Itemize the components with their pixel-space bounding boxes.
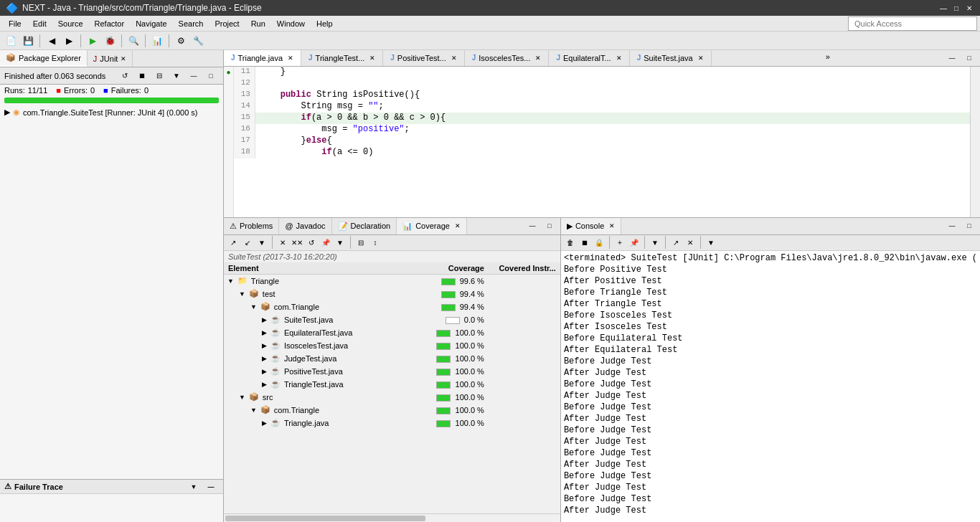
tab-close-4[interactable]: ✕ xyxy=(616,54,622,62)
failure-trace-min[interactable]: — xyxy=(203,479,219,495)
coverage-row[interactable]: ▶ ☕ EquilateralTest.java 100.0 % xyxy=(224,326,560,339)
tab-close-3[interactable]: ✕ xyxy=(535,54,541,62)
menu-refactor[interactable]: Refactor xyxy=(89,18,131,29)
cov-dropdown[interactable]: ▼ xyxy=(255,236,268,249)
cov-export[interactable]: ↗ xyxy=(227,236,240,249)
editor-tab-suitetest[interactable]: J SuiteTest.java ✕ xyxy=(630,50,712,66)
coverage-row[interactable]: ▼ 📦 com.Triangle 99.4 % xyxy=(224,300,560,313)
menu-navigate[interactable]: Navigate xyxy=(130,18,172,29)
editor-right-scrollbar[interactable] xyxy=(970,67,980,217)
coverage-row[interactable]: ▶ ☕ TriangleTest.java 100.0 % xyxy=(224,378,560,391)
console-close[interactable]: ✕ xyxy=(609,222,615,229)
tool2[interactable]: 🔧 xyxy=(190,33,206,49)
gutter-breakpoint-15[interactable]: ● xyxy=(226,68,230,80)
junit-menu-button[interactable]: ▼ xyxy=(169,68,184,84)
console-close-btn[interactable]: ✕ xyxy=(684,236,697,249)
tab-console[interactable]: ▶ Console ✕ xyxy=(561,218,621,234)
coverage-row[interactable]: ▶ ☕ SuiteTest.java 0.0 % xyxy=(224,313,560,326)
cov-remove[interactable]: ✕ xyxy=(276,236,289,249)
failure-trace-menu[interactable]: ▼ xyxy=(186,479,202,495)
run-button[interactable]: ▶ xyxy=(85,33,100,49)
console-dropdown[interactable]: ▼ xyxy=(705,236,717,249)
debug-button[interactable]: 🐞 xyxy=(102,33,118,49)
expand-chevron[interactable]: ▶ xyxy=(262,368,267,375)
editor-max[interactable]: □ xyxy=(961,50,977,66)
coverage-tree[interactable]: ▼ 📁 Triangle 99.6 % ▼ 📦 test 99.4 % ▼ 📦 … xyxy=(224,275,560,513)
expand-chevron[interactable]: ▼ xyxy=(250,407,257,414)
coverage-row[interactable]: ▶ ☕ JudgeTest.java 100.0 % xyxy=(224,352,560,365)
menu-run[interactable]: Run xyxy=(245,18,271,29)
cov-settings[interactable]: ▼ xyxy=(334,236,347,249)
editor-tab-triangle[interactable]: J Triangle.java ✕ xyxy=(224,50,301,66)
tab-junit[interactable]: J JUnit ✕ xyxy=(88,50,133,67)
search-toolbar-button[interactable]: 🔍 xyxy=(126,33,141,49)
editor-tab-overflow[interactable]: » xyxy=(821,50,834,66)
console-pin[interactable]: 📌 xyxy=(628,236,641,249)
coverage-close[interactable]: ✕ xyxy=(455,222,461,229)
coverage-row[interactable]: ▼ 📦 src 100.0 % xyxy=(224,391,560,404)
editor-tab-equilateraltest[interactable]: J EquilateralT... ✕ xyxy=(549,50,629,66)
cov-collapse[interactable]: ⊟ xyxy=(354,236,367,249)
cov-pin[interactable]: 📌 xyxy=(319,236,332,249)
tab-coverage[interactable]: 📊 Coverage ✕ xyxy=(397,218,467,234)
menu-search[interactable]: Search xyxy=(173,18,209,29)
coverage-row[interactable]: ▶ ☕ PositiveTest.java 100.0 % xyxy=(224,365,560,378)
coverage-scroll-h[interactable] xyxy=(224,513,560,522)
expand-chevron[interactable]: ▶ xyxy=(262,329,267,336)
code-editor[interactable]: 11 } 12 13 public String isPositive(){ 1… xyxy=(234,67,970,217)
menu-file[interactable]: File xyxy=(3,18,27,29)
console-scroll-lock[interactable]: 🔒 xyxy=(593,236,606,249)
coverage-row[interactable]: ▼ 📦 com.Triangle 100.0 % xyxy=(224,404,560,417)
expand-chevron[interactable]: ▼ xyxy=(239,290,245,298)
menu-source[interactable]: Source xyxy=(52,18,89,29)
save-button[interactable]: 💾 xyxy=(20,33,36,49)
editor-tab-isoscelestest[interactable]: J IsoscelesTes... ✕ xyxy=(465,50,550,66)
junit-collapse-button[interactable]: ⊟ xyxy=(151,68,167,84)
junit-tree-item[interactable]: ▶ ◉ com.Triangle.SuiteTest [Runner: JUni… xyxy=(1,106,222,118)
maximize-button[interactable]: □ xyxy=(951,3,961,13)
junit-stop-button[interactable]: ⏹ xyxy=(134,68,150,84)
console-new[interactable]: + xyxy=(613,236,626,249)
expand-chevron[interactable]: ▶ xyxy=(262,316,267,323)
minimize-button[interactable]: — xyxy=(938,3,948,13)
expand-chevron[interactable]: ▶ xyxy=(262,342,267,349)
tab-close-0[interactable]: ✕ xyxy=(288,54,293,62)
forward-button[interactable]: ▶ xyxy=(61,33,77,49)
menu-window[interactable]: Window xyxy=(271,18,311,29)
console-clear[interactable]: 🗑 xyxy=(564,236,577,249)
expand-chevron[interactable]: ▶ xyxy=(262,381,267,388)
tab-problems[interactable]: ⚠ Problems xyxy=(224,218,279,234)
console-open[interactable]: ↗ xyxy=(669,236,682,249)
coverage-row[interactable]: ▼ 📁 Triangle 99.6 % xyxy=(224,275,560,288)
cov-refresh[interactable]: ↺ xyxy=(305,236,318,249)
tab-declaration[interactable]: 📝 Declaration xyxy=(332,218,397,234)
menu-project[interactable]: Project xyxy=(209,18,245,29)
console-stop[interactable]: ⏹ xyxy=(578,236,591,249)
expand-chevron[interactable]: ▶ xyxy=(262,355,267,362)
coverage-row[interactable]: ▶ ☕ IsoscelesTest.java 100.0 % xyxy=(224,339,560,352)
editor-tab-positivetest[interactable]: J PositiveTest... ✕ xyxy=(383,50,464,66)
cov-import[interactable]: ↙ xyxy=(241,236,254,249)
new-button[interactable]: 📄 xyxy=(3,33,19,49)
tab-close-1[interactable]: ✕ xyxy=(369,54,375,62)
tool1[interactable]: ⚙ xyxy=(173,33,189,49)
top-expand[interactable]: ▼ xyxy=(227,277,234,285)
coverage-row[interactable]: ▶ ☕ Triangle.java 100.0 % xyxy=(224,417,560,430)
tab-close-5[interactable]: ✕ xyxy=(698,54,704,62)
junit-tree[interactable]: ▶ ◉ com.Triangle.SuiteTest [Runner: JUni… xyxy=(0,105,223,479)
junit-close-icon[interactable]: ✕ xyxy=(121,55,126,62)
coverage-button[interactable]: 📊 xyxy=(149,33,165,49)
cov-remove-all[interactable]: ✕✕ xyxy=(291,236,303,249)
expand-chevron[interactable]: ▶ xyxy=(262,419,267,427)
tab-javadoc[interactable]: @ Javadoc xyxy=(279,218,331,234)
console-content[interactable]: <terminated> SuiteTest [JUnit] C:\Progra… xyxy=(561,251,980,522)
junit-minimize-button[interactable]: — xyxy=(186,68,202,84)
console-panel-max[interactable]: □ xyxy=(961,218,977,234)
coverage-row[interactable]: ▼ 📦 test 99.4 % xyxy=(224,288,560,300)
editor-tab-triangletest[interactable]: J TriangleTest... ✕ xyxy=(301,50,383,66)
coverage-panel-max[interactable]: □ xyxy=(542,218,557,234)
expand-chevron[interactable]: ▼ xyxy=(250,303,257,310)
close-button[interactable]: ✕ xyxy=(964,3,974,13)
coverage-panel-min[interactable]: — xyxy=(524,218,540,234)
quick-access-input[interactable] xyxy=(848,16,977,31)
